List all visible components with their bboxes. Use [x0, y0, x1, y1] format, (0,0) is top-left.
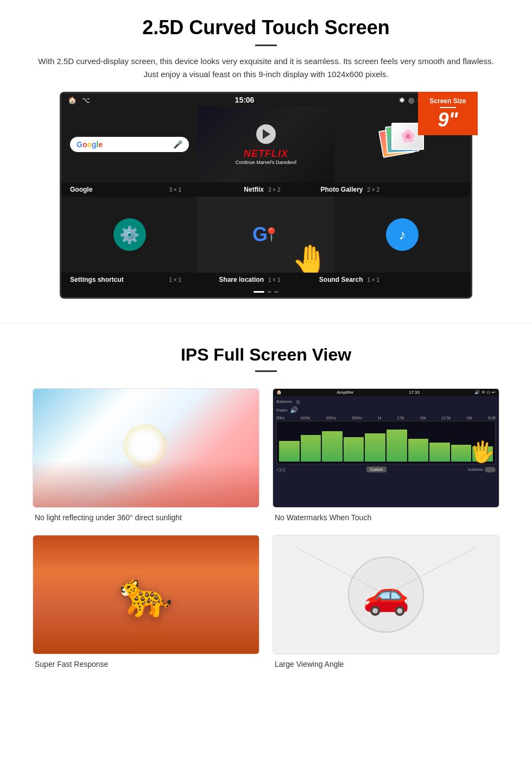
- status-time: 15:06: [235, 96, 255, 104]
- play-button[interactable]: [256, 124, 276, 144]
- feature-grid: No light reflecting under 360° direct su…: [33, 388, 499, 668]
- section1-divider: [255, 45, 277, 46]
- label-share-size: 1 × 1 Sound Search: [266, 276, 365, 283]
- car-top-icon: 🚗: [363, 572, 410, 617]
- google-size: 3 × 1: [169, 187, 182, 193]
- amp-content: Balance ||| Fader 🔊 60hz 100hz 200hz 500…: [273, 396, 499, 476]
- scroll-dots: [61, 287, 471, 297]
- car-image: 🚗: [273, 535, 499, 654]
- eq-bar-4: [344, 437, 364, 462]
- label-sound-size: 1 × 1: [365, 276, 465, 283]
- google-logo: Google: [77, 140, 103, 149]
- amp-slider-icon: |||: [296, 399, 300, 404]
- amp-balance-label: Balance: [276, 399, 292, 404]
- settings-icon: ⚙️: [113, 218, 146, 251]
- feature-cheetah: 🐆 Super Fast Response: [33, 535, 259, 668]
- section2-title: IPS Full Screen View: [33, 345, 499, 365]
- mic-icon[interactable]: 🎤: [173, 140, 182, 149]
- eq-label-12.5k: 12.5k: [441, 416, 451, 420]
- sound-icon: ♪: [386, 218, 419, 251]
- amp-controls: ◁◁ Custom loudness: [276, 466, 496, 472]
- status-left: 🏠 ⌥: [68, 96, 90, 104]
- eq-label-2.5k: 2.5k: [397, 416, 404, 420]
- settings-size: 1 × 1: [169, 277, 182, 283]
- cheetah-image: 🐆: [33, 535, 259, 654]
- eq-bar-8: [429, 443, 450, 462]
- settings-cell[interactable]: ⚙️: [61, 197, 198, 273]
- amp-volume-icon: 🔊: [290, 406, 298, 414]
- sunlight-visual: [33, 389, 259, 507]
- dot-2: [267, 291, 271, 293]
- feature-sunlight: No light reflecting under 360° direct su…: [33, 388, 259, 522]
- usb-icon: ⌥: [82, 96, 90, 104]
- hand-touch-icon: 🖐: [470, 440, 495, 464]
- eq-bar-9: [451, 445, 472, 462]
- dot-3: [274, 291, 278, 293]
- cheetah-visual: 🐆: [33, 535, 259, 654]
- eq-bar-1: [279, 441, 300, 462]
- dot-1: [254, 291, 264, 293]
- settings-label: Settings shortcut: [70, 276, 124, 283]
- badge-size: 9": [438, 109, 458, 131]
- netflix-subtitle: Continue Marvel's Daredevil: [236, 160, 296, 165]
- car-visual: 🚗: [273, 535, 499, 654]
- sound-search-cell[interactable]: ♪: [334, 197, 471, 273]
- amp-home-icon: 🏠: [276, 390, 282, 395]
- loudness-toggle-pill[interactable]: [485, 467, 496, 472]
- eq-bar-3: [322, 431, 343, 462]
- custom-button[interactable]: Custom: [366, 466, 386, 472]
- loudness-label: loudness: [468, 468, 483, 471]
- label-gallery-size: 2 × 2: [365, 186, 465, 193]
- amp-title: Amplifier: [337, 390, 353, 395]
- label-google-size: 3 × 1 Netflix: [167, 186, 267, 193]
- share-location-cell[interactable]: G 📍 🤚: [198, 197, 334, 273]
- eq-container: 🖐: [276, 421, 496, 464]
- google-search-bar[interactable]: Google 🎤: [70, 137, 189, 152]
- home-icon[interactable]: 🏠: [68, 96, 77, 104]
- amp-nav-icon: ◁◁: [276, 466, 285, 472]
- badge-divider: [440, 107, 456, 108]
- netflix-cell[interactable]: NETFLIX Continue Marvel's Daredevil: [198, 106, 334, 182]
- eq-bar-5: [365, 433, 385, 462]
- car-circle: 🚗: [348, 557, 424, 633]
- status-bar: 🏠 ⌥ 15:06 ✱ ◎ ▾ 📷 🔊 ✕ ▭: [61, 93, 471, 106]
- eq-label-100hz: 100hz: [300, 416, 311, 420]
- eq-bar-2: [301, 435, 321, 462]
- maps-marker-icon: 📍: [263, 227, 280, 242]
- location-icon: ◎: [408, 96, 414, 104]
- loudness-control: loudness: [468, 467, 496, 472]
- sound-label: Sound Search: [319, 276, 363, 283]
- amp-icons: 🔊 ✕ ▭ ↩: [474, 390, 496, 395]
- screen-size-badge: Screen Size 9": [418, 92, 478, 135]
- eq-label-15k: 15k: [466, 416, 472, 420]
- label-settings-size: 1 × 1 Share location: [167, 276, 267, 283]
- app-grid-bottom: ⚙️ G 📍 🤚 ♪: [61, 197, 471, 273]
- feature-amplifier: 🏠 Amplifier 17:33 🔊 ✕ ▭ ↩ Balance ||| Fa…: [273, 388, 499, 522]
- eq-label-10k: 10k: [420, 416, 426, 420]
- netflix-content: NETFLIX Continue Marvel's Daredevil: [236, 124, 296, 165]
- curved-screen-section: 2.5D Curved Touch Screen With 2.5D curve…: [0, 0, 532, 312]
- device-frame: 🏠 ⌥ 15:06 ✱ ◎ ▾ 📷 🔊 ✕ ▭: [60, 92, 472, 299]
- google-cell[interactable]: Google 🎤: [61, 106, 198, 182]
- netflix-label: Netflix: [244, 186, 264, 193]
- sunlight-image: [33, 388, 259, 508]
- google-label: Google: [70, 186, 92, 193]
- share-size: 1 × 1: [268, 277, 281, 283]
- play-triangle-icon: [263, 129, 270, 139]
- eq-bar-6: [387, 430, 407, 462]
- feature-car: 🚗 Large Viewing Angle: [273, 535, 499, 668]
- ips-screen-section: IPS Full Screen View No light reflecting…: [0, 323, 532, 679]
- section2-divider: [255, 370, 277, 372]
- cell-labels-top: Google 3 × 1 Netflix 3 × 2 Photo Gallery…: [61, 182, 471, 197]
- eq-label-1k: 1k: [378, 416, 382, 420]
- netflix-logo: NETFLIX: [236, 148, 296, 160]
- share-label: Share location: [219, 276, 264, 283]
- amp-fader-label: Fader: [276, 408, 288, 413]
- gallery-size: 2 × 2: [368, 187, 380, 193]
- section1-title: 2.5D Curved Touch Screen: [33, 16, 499, 39]
- label-google: Google: [68, 186, 167, 193]
- cheetah-caption: Super Fast Response: [33, 660, 259, 668]
- sound-size: 1 × 1: [368, 277, 380, 283]
- hand-gesture-icon: 🤚: [292, 243, 329, 273]
- eq-label-60hz: 60hz: [276, 416, 284, 420]
